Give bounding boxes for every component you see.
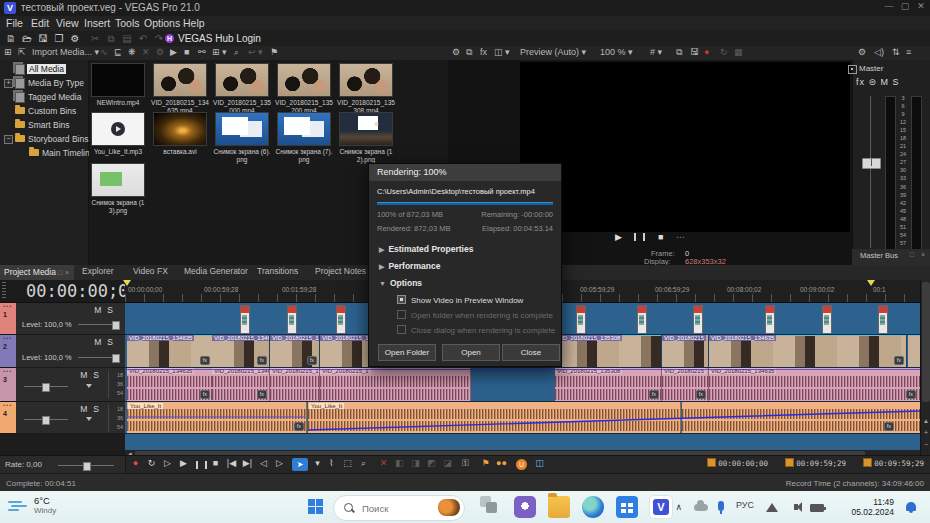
expand-plus-icon[interactable]: + [4, 79, 13, 88]
selection-end-timecode[interactable]: 00:09:59;29 [785, 458, 846, 468]
media-flag-icon[interactable]: ⚑ [270, 47, 278, 57]
language-indicator[interactable]: РУС [736, 500, 754, 510]
capture-icon[interactable]: ⊑ [114, 47, 122, 57]
clip-fx-button[interactable]: fx [307, 356, 317, 365]
video-clip[interactable]: VID_20180215_135308 [555, 335, 662, 367]
checkbox-unchecked-icon[interactable] [397, 325, 406, 334]
section-options[interactable]: ▼Options [379, 278, 422, 288]
tab-video-fx[interactable]: Video FX [133, 266, 168, 276]
loop-playback-button[interactable]: ↻ [144, 458, 159, 468]
media-item[interactable]: VID_20180215_135000.mp4 [213, 63, 271, 114]
wifi-icon[interactable] [766, 503, 778, 512]
normal-edit-tool-button[interactable]: ➤ [292, 458, 308, 471]
option-close-dialog[interactable]: Close dialog when rendering is complete [397, 325, 555, 335]
media-item[interactable]: вставка.avi [151, 112, 209, 156]
zoom-in-icon[interactable]: + [921, 428, 930, 438]
video-clip[interactable]: VID_20180215_134635 fx [709, 335, 907, 367]
expand-triangle-icon[interactable] [86, 417, 92, 421]
video-clip[interactable]: VID_20180215_1 fx [270, 335, 320, 367]
onedrive-icon[interactable] [694, 504, 708, 511]
menu-options[interactable]: Options [144, 17, 180, 29]
menu-help[interactable]: Help [183, 17, 205, 29]
tab-close-icon[interactable]: × [65, 269, 69, 276]
clip-fx-button[interactable]: fx [200, 390, 210, 399]
zoom-tool-button[interactable]: ⌕ [356, 458, 371, 469]
zoom-out-icon[interactable]: − [921, 440, 930, 450]
timeline-clip[interactable] [240, 305, 250, 334]
timeline-clip[interactable] [637, 305, 647, 334]
tab-float-icon[interactable]: □ [910, 251, 914, 258]
preview-pause-icon[interactable] [634, 233, 645, 241]
clip-fx-button[interactable]: fx [257, 390, 267, 399]
tab-float-icon[interactable]: □ [58, 269, 62, 276]
volume-envelope[interactable] [125, 402, 920, 433]
marker-flag-button[interactable]: ⚑ [478, 458, 493, 468]
slider-thumb[interactable] [112, 354, 120, 363]
play-button[interactable]: ▶ [176, 458, 191, 468]
track-header-4[interactable]: •••4 MS 18 36 54 [0, 402, 125, 434]
open-project-icon[interactable]: 🗁 [20, 33, 34, 44]
paste-icon[interactable]: ▤ [120, 33, 134, 44]
track-header-1[interactable]: •••1 MS Level: 100,0 % [0, 303, 125, 335]
fade-in-button[interactable]: ◩ [424, 458, 439, 468]
menu-tools[interactable]: Tools [115, 17, 140, 29]
vertical-scrollbar[interactable]: ▴ + − [920, 280, 930, 458]
loop-preview-icon[interactable]: ↻ [720, 47, 728, 57]
audio-clip[interactable]: VID_20180215_1 [270, 368, 320, 401]
clip-fx-button[interactable]: fx [257, 356, 267, 365]
taskbar-search[interactable] [333, 495, 465, 521]
properties-icon[interactable]: ❐ [52, 33, 66, 44]
close-button[interactable]: Close [502, 344, 560, 361]
clip-fx-button[interactable]: fx [200, 356, 210, 365]
preview-settings-icon[interactable]: ⚙ [452, 47, 460, 57]
maximize-icon[interactable]: ▢ [898, 1, 912, 11]
master-fx-button[interactable]: fx [856, 77, 865, 87]
import-media-button[interactable]: Import Media... ▾ [32, 47, 99, 57]
mute-preview-icon[interactable]: ▦ [734, 47, 743, 57]
search-input[interactable] [360, 499, 434, 518]
preview-quality-dropdown[interactable]: Preview (Auto) ▾ [520, 47, 586, 57]
microphone-icon[interactable] [718, 501, 724, 511]
copy-icon[interactable]: ⧉ [104, 33, 118, 45]
region-markers-button[interactable]: ●● [494, 458, 509, 468]
trim-start-button[interactable]: ◧ [392, 458, 407, 468]
clip-fx-button[interactable]: fx [894, 356, 904, 365]
stop-button[interactable]: ■ [208, 458, 223, 468]
task-view-button[interactable] [480, 496, 502, 518]
file-explorer-icon[interactable] [548, 496, 570, 518]
play-from-start-button[interactable]: ▷ [160, 458, 175, 468]
rate-slider[interactable] [58, 465, 114, 466]
audio-clip[interactable]: VID_20180215_134635 fx [127, 368, 213, 401]
volume-envelope-line[interactable] [125, 369, 920, 370]
panel-grip[interactable] [2, 282, 6, 300]
media-stop-icon[interactable]: ■ [184, 47, 189, 57]
track-4-content[interactable]: You_Like_It fx You_Like_It fx [125, 402, 920, 434]
checkbox-unchecked-icon[interactable] [397, 310, 406, 319]
timeline-clip[interactable] [576, 305, 586, 334]
media-item[interactable]: You_Like_It.mp3 [89, 112, 147, 156]
scroll-up-icon[interactable]: ▴ [921, 416, 930, 426]
track-header-2[interactable]: •••2 MS Level: 100,0 % [0, 335, 125, 368]
vegas-hub-login-button[interactable]: VEGAS Hub Login [178, 33, 261, 44]
current-timecode[interactable]: 00:00:00;00 [26, 281, 139, 301]
tab-media-generator[interactable]: Media Generator [184, 266, 248, 276]
media-item[interactable]: NEWIntro.mp4 [89, 63, 147, 107]
track-mute-solo[interactable]: MS [94, 337, 119, 347]
dock-pin-icon[interactable]: ⇱ [18, 47, 26, 57]
section-estimated-properties[interactable]: ▶Estimated Properties [379, 244, 473, 254]
volume-icon[interactable] [794, 504, 798, 510]
level-slider[interactable] [78, 324, 118, 325]
section-performance[interactable]: ▶Performance [379, 261, 440, 271]
media-item[interactable]: Снимок экрана (12).png [337, 112, 395, 163]
track-color-strip[interactable]: •••3 [0, 368, 16, 401]
mixer-downmix-icon[interactable]: ⇅ [892, 47, 900, 57]
envelope-tool-button[interactable]: ⌇ [324, 458, 339, 468]
timeline-clip[interactable] [878, 305, 888, 334]
checkbox-checked-icon[interactable] [397, 295, 406, 304]
master-mute-button[interactable]: M [881, 77, 890, 87]
media-item[interactable]: Снимок экрана (6).png [213, 112, 271, 163]
master-fader-handle[interactable] [862, 158, 881, 169]
track-mute-solo[interactable]: MS [80, 404, 105, 414]
track-header-3[interactable]: •••3 MS 18 36 54 [0, 368, 125, 402]
media-link-icon[interactable]: ∿ [100, 47, 108, 57]
